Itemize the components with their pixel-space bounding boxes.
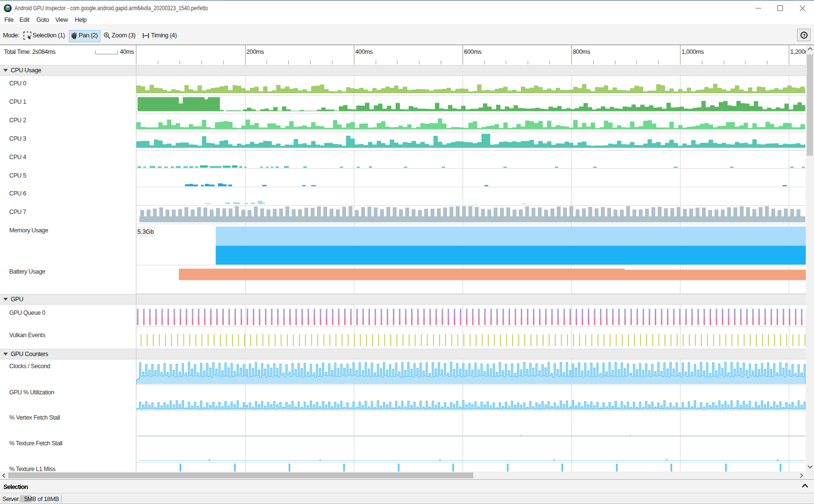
- svg-text:?: ?: [803, 33, 806, 38]
